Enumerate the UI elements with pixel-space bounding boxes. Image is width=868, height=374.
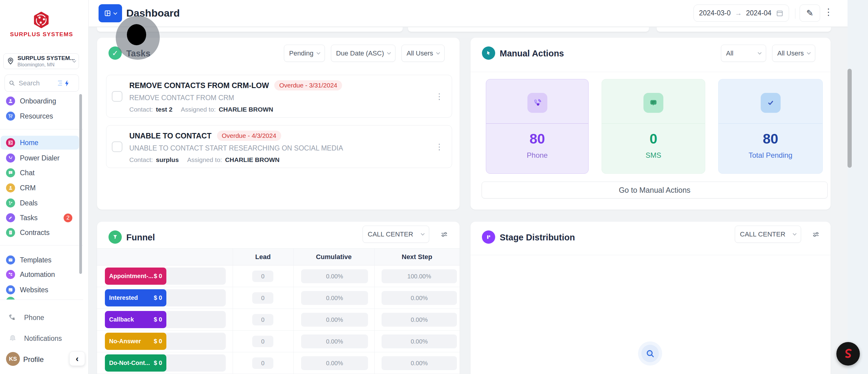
task-item: UNABLE TO CONTACT Overdue - 4/3/2024 UNA… — [106, 125, 452, 168]
sidebar-item-tasks[interactable]: Tasks 2 — [2, 211, 81, 225]
funnel-stage-pill[interactable]: No-Answer$ 0 — [105, 333, 166, 350]
sidebar-item-templates[interactable]: Templates — [2, 253, 81, 267]
dashboard-layout-icon — [6, 138, 15, 147]
sidebar-item-onboarding[interactable]: Onboarding — [2, 94, 81, 108]
sliders-icon[interactable] — [440, 230, 448, 238]
chevron-down-icon — [436, 51, 440, 55]
next-step-value: 0.00% — [381, 291, 457, 305]
task-checkbox[interactable] — [112, 91, 122, 102]
card-divider — [470, 72, 831, 72]
sidebar-divider — [0, 245, 83, 246]
funnel-stage-pill[interactable]: Interested$ 0 — [105, 289, 166, 307]
tasks-sort-filter[interactable]: Due Date (ASC) — [331, 45, 396, 62]
funnel-stage-pill[interactable]: Do-Not-Cont...$ 0 — [105, 354, 166, 372]
phone-check-icon — [6, 153, 15, 163]
date-start[interactable]: 2024-03-0 — [699, 9, 731, 17]
header: Dashboard 2024-03-0 → 2024-04 ✎ ⋮ — [89, 0, 868, 27]
manual-actions-type-filter[interactable]: All — [721, 45, 766, 62]
chevron-down-icon — [316, 51, 320, 55]
chevron-down-icon — [421, 232, 425, 235]
task-more-button[interactable]: ⋮ — [435, 142, 443, 152]
bar-chart-icon — [482, 230, 495, 244]
sidebar-item-home[interactable]: Home — [1, 136, 79, 150]
search-icon — [8, 80, 16, 87]
task-checkbox[interactable] — [112, 141, 122, 152]
sidebar: SURPLUS SYSTEMS SURPLUS SYSTEM... Bloomi… — [0, 0, 89, 374]
stat-divider — [602, 123, 705, 124]
chevron-down-icon — [758, 51, 762, 55]
avatar[interactable]: KS — [6, 352, 20, 366]
scrolled-card-bottom — [657, 27, 831, 32]
total-pending-label: Total Pending — [718, 151, 823, 160]
search-box[interactable] — [4, 75, 79, 92]
funnel-row: No-Answer$ 0 0 0.00% 0.00% — [97, 330, 460, 352]
tasks-count-badge: 2 — [64, 213, 72, 222]
lightning-bolt-icon[interactable] — [63, 79, 71, 88]
dashboard-view-button[interactable] — [98, 4, 122, 22]
task-more-button[interactable]: ⋮ — [435, 92, 443, 102]
task-assignee: CHARLIE BROWN — [219, 106, 273, 113]
funnel-card: Funnel CALL CENTER Lead Cumulative Next … — [97, 222, 460, 374]
search-input[interactable] — [19, 79, 58, 87]
sidebar-item-contracts[interactable]: Contracts — [2, 226, 81, 239]
funnel-row: Interested$ 0 0 0.00% 0.00% — [97, 287, 460, 309]
stage-distribution-title: Stage Distribution — [500, 233, 575, 242]
next-step-value: 0.00% — [381, 356, 457, 370]
task-description: REMOVE CONTACT FROM CRM — [129, 94, 234, 102]
funnel-icon — [108, 230, 122, 244]
sidebar-item-deals[interactable]: Deals — [2, 196, 81, 210]
funnel-card-title: Funnel — [126, 233, 155, 242]
header-more-button[interactable]: ⋮ — [824, 7, 833, 17]
stat-card-sms[interactable]: 0 SMS — [601, 79, 705, 174]
sidebar-item-notifications[interactable]: Notifications — [2, 332, 81, 345]
stat-card-total-pending[interactable]: 80 Total Pending — [718, 79, 823, 174]
click-indicator-dot — [127, 24, 146, 45]
funnel-bar-track: Interested$ 0 — [105, 289, 226, 307]
location-switcher[interactable]: SURPLUS SYSTEM... Bloomington, MN — [3, 53, 79, 69]
sidebar-divider — [0, 129, 83, 130]
sidebar-scrollbar-thumb[interactable] — [79, 94, 82, 274]
manual-actions-card: Manual Actions All All Users 80 Phone 0 … — [470, 38, 831, 210]
sidebar-item-crm[interactable]: CRM — [2, 181, 81, 195]
sms-count: 0 — [602, 131, 705, 147]
mail-icon — [6, 256, 15, 264]
date-range-picker[interactable]: 2024-03-0 → 2024-04 — [693, 4, 789, 22]
funnel-stage-pill[interactable]: Callback$ 0 — [105, 311, 166, 328]
location-pin-icon — [6, 56, 15, 66]
edit-dashboard-button[interactable]: ✎ — [800, 4, 820, 22]
sliders-icon[interactable] — [812, 230, 820, 238]
go-to-manual-actions-button[interactable]: Go to Manual Actions — [482, 181, 828, 198]
sidebar-item-resources[interactable]: Resources — [2, 109, 81, 123]
task-title: REMOVE CONTACTS FROM CRM-LOW Overdue - 3… — [129, 80, 342, 90]
stage-distribution-pipeline-filter[interactable]: CALL CENTER — [735, 226, 801, 243]
manual-actions-user-filter[interactable]: All Users — [772, 45, 815, 62]
sidebar-collapse-button[interactable]: ‹ — [69, 351, 85, 366]
funnel-pipeline-filter[interactable]: CALL CENTER — [363, 226, 429, 243]
task-meta: Contact:surplus Assigned to:CHARLIE BROW… — [129, 156, 279, 164]
stat-card-phone[interactable]: 80 Phone — [486, 79, 589, 174]
brand-floating-button[interactable] — [836, 342, 860, 366]
next-step-value: 0.00% — [381, 335, 457, 348]
empty-state-search-icon — [638, 341, 662, 366]
tasks-user-filter[interactable]: All Users — [401, 45, 444, 62]
sidebar-item-automation[interactable]: Automation — [2, 267, 81, 281]
brand-s-icon — [841, 347, 855, 361]
pencil-icon — [6, 213, 15, 222]
sidebar-item-websites[interactable]: Websites — [2, 283, 81, 297]
sidebar-item-power-dialer[interactable]: Power Dialer — [2, 151, 81, 165]
funnel-row: Do-Not-Cont...$ 0 0 0.00% 0.00% — [97, 352, 460, 374]
layout-columns-icon — [104, 9, 112, 17]
sidebar-item-phone[interactable]: Phone — [2, 311, 81, 324]
stat-divider — [486, 123, 588, 124]
funnel-row: Appointment-...$ 0 0 0.00% 100.00% — [97, 265, 460, 287]
tasks-status-filter[interactable]: Pending — [284, 45, 325, 62]
task-item: REMOVE CONTACTS FROM CRM-LOW Overdue - 3… — [106, 75, 452, 118]
task-description: UNABLE TO CONTACT START RESEARCHING ON S… — [129, 144, 343, 152]
sidebar-item-chat[interactable]: Chat — [2, 166, 81, 180]
company-logo-icon — [32, 11, 51, 30]
funnel-stage-pill[interactable]: Appointment-...$ 0 — [105, 267, 166, 285]
more-vertical-icon: ⋮ — [824, 7, 833, 17]
date-end[interactable]: 2024-04 — [746, 9, 771, 17]
main-scrollbar-thumb[interactable] — [847, 69, 852, 168]
scrollbar-track — [847, 0, 868, 374]
